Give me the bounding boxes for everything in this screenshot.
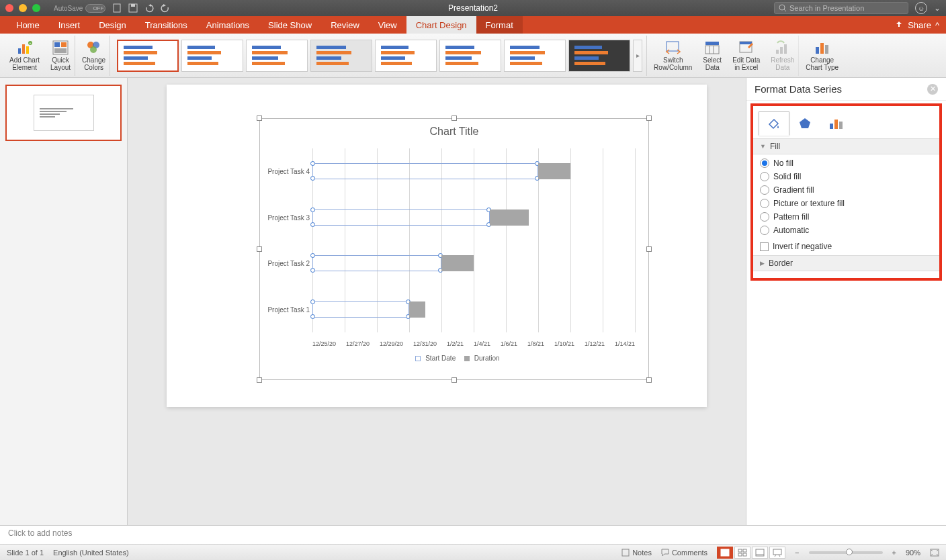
resize-handle[interactable] (452, 377, 457, 383)
slide-thumbnail-panel[interactable]: 1 (0, 78, 128, 525)
resize-handle[interactable] (646, 377, 652, 383)
chart-styles-gallery[interactable]: ▸ (113, 36, 647, 76)
data-bar-duration[interactable] (441, 255, 474, 271)
tab-transitions[interactable]: Transitions (136, 16, 197, 34)
svg-rect-27 (816, 47, 819, 54)
undo-icon[interactable] (144, 3, 154, 13)
x-tick-label: 1/8/21 (527, 340, 544, 347)
autosave-toggle[interactable]: AutoSave OFF (54, 4, 105, 13)
data-bar-duration[interactable] (538, 163, 570, 179)
notes-pane[interactable]: Click to add notes (0, 525, 946, 544)
resize-handle[interactable] (257, 246, 262, 252)
radio-gradient-fill[interactable]: Gradient fill (760, 185, 933, 195)
chart-row: Project Task 2 (312, 240, 635, 287)
select-data-button[interactable]: Select Data (699, 36, 726, 76)
tab-home[interactable]: Home (7, 16, 49, 34)
series-options-tab[interactable] (820, 111, 851, 136)
checkbox-invert-negative[interactable]: Invert if negative (760, 242, 933, 251)
zoom-in-button[interactable]: + (892, 549, 896, 557)
zoom-out-button[interactable]: − (795, 549, 799, 557)
chart-style-2[interactable] (181, 40, 243, 72)
change-chart-type-button[interactable]: Change Chart Type (802, 36, 843, 76)
sorter-view-button[interactable] (734, 547, 750, 559)
chart-style-4[interactable] (310, 40, 372, 72)
chart-style-8[interactable] (568, 40, 630, 72)
resize-handle[interactable] (646, 115, 652, 121)
search-input[interactable]: Search in Presentation (774, 2, 908, 14)
chart-plot-area[interactable]: Project Task 4Project Task 3Project Task… (312, 148, 635, 332)
resize-handle[interactable] (452, 115, 457, 121)
zoom-slider[interactable] (809, 551, 883, 554)
slide[interactable]: Chart Title Project Task 4Project Task 3… (167, 85, 707, 407)
slideshow-view-button[interactable] (769, 547, 785, 559)
fit-to-window-button[interactable] (930, 549, 939, 557)
comments-toggle[interactable]: Comments (661, 549, 707, 557)
zoom-knob[interactable] (846, 549, 853, 555)
fill-line-tab[interactable] (759, 111, 789, 136)
style-gallery-next[interactable]: ▸ (633, 40, 642, 72)
chart-style-6[interactable] (439, 40, 501, 72)
autosave-pill[interactable]: OFF (85, 4, 105, 13)
reading-view-button[interactable] (752, 547, 768, 559)
redo-icon[interactable] (161, 3, 170, 13)
normal-view-button[interactable] (717, 547, 733, 559)
close-panel-icon[interactable]: ✕ (927, 84, 938, 95)
language-indicator[interactable]: English (United States) (53, 549, 129, 557)
history-icon[interactable] (112, 3, 122, 13)
tab-design[interactable]: Design (89, 16, 135, 34)
tab-format[interactable]: Format (476, 16, 523, 34)
add-chart-element-button[interactable]: + Add Chart Element (5, 36, 44, 76)
radio-automatic[interactable]: Automatic (760, 226, 933, 235)
tab-insert[interactable]: Insert (49, 16, 90, 34)
chart-style-3[interactable] (246, 40, 308, 72)
save-icon[interactable] (128, 3, 138, 13)
feedback-icon[interactable]: ☺ (915, 2, 927, 14)
chart-style-5[interactable] (375, 40, 437, 72)
switch-row-column-button[interactable]: Switch Row/Column (650, 36, 696, 76)
share-button[interactable]: Share ^ (888, 16, 946, 34)
chart-style-7[interactable] (504, 40, 566, 72)
data-bar-start-date[interactable] (312, 163, 538, 179)
radio-no-fill[interactable]: No fill (760, 158, 933, 168)
tab-chart-design[interactable]: Chart Design (406, 16, 476, 34)
tab-view[interactable]: View (369, 16, 406, 34)
chart-style-1[interactable] (117, 40, 179, 72)
data-bar-duration[interactable] (409, 301, 425, 318)
slide-thumbnail-1[interactable] (5, 85, 122, 141)
tab-slideshow[interactable]: Slide Show (259, 16, 321, 34)
border-section-header[interactable]: ▶ Border (753, 255, 939, 271)
category-label: Project Task 3 (261, 214, 310, 221)
minimize-window-icon[interactable] (19, 4, 27, 12)
data-bar-start-date[interactable] (312, 209, 490, 226)
zoom-level[interactable]: 90% (906, 549, 920, 557)
window-controls[interactable] (5, 4, 40, 12)
chevron-down-icon[interactable]: ⌄ (934, 3, 941, 13)
resize-handle[interactable] (257, 377, 262, 383)
effects-tab[interactable] (789, 111, 820, 136)
radio-pattern-fill[interactable]: Pattern fill (760, 212, 933, 222)
slide-canvas-area[interactable]: Chart Title Project Task 4Project Task 3… (128, 78, 746, 525)
change-colors-button[interactable]: Change Colors (78, 36, 110, 76)
radio-picture-fill[interactable]: Picture or texture fill (760, 199, 933, 208)
quick-layout-button[interactable]: Quick Layout (46, 36, 75, 76)
titlebar: AutoSave OFF Presentation2 Search in Pre… (0, 0, 946, 16)
chart-title[interactable]: Chart Title (260, 119, 648, 138)
change-type-label: Change Chart Type (806, 56, 838, 71)
chart-object[interactable]: Chart Title Project Task 4Project Task 3… (259, 118, 649, 380)
close-window-icon[interactable] (5, 4, 13, 12)
edit-data-button[interactable]: Edit Data in Excel (728, 36, 764, 76)
tab-animations[interactable]: Animations (197, 16, 259, 34)
notes-toggle[interactable]: Notes (621, 549, 652, 557)
fill-section-header[interactable]: ▼ Fill (753, 138, 939, 154)
svg-rect-29 (825, 45, 828, 54)
resize-handle[interactable] (257, 115, 262, 121)
radio-solid-fill[interactable]: Solid fill (760, 172, 933, 181)
maximize-window-icon[interactable] (32, 4, 40, 12)
data-bar-start-date[interactable] (312, 301, 409, 318)
data-bar-start-date[interactable] (312, 255, 441, 271)
tab-review[interactable]: Review (321, 16, 369, 34)
chevron-up-icon[interactable]: ^ (935, 20, 939, 30)
resize-handle[interactable] (646, 246, 652, 252)
data-bar-duration[interactable] (490, 209, 529, 226)
chart-legend[interactable]: Start Date Duration (260, 355, 648, 362)
